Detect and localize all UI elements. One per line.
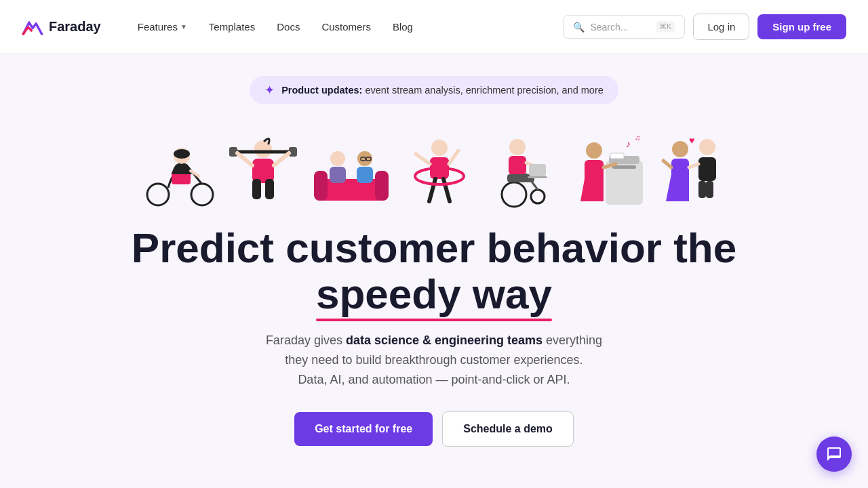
svg-rect-21 [357,167,373,183]
svg-text:♥: ♥ [689,135,694,146]
svg-rect-16 [314,171,328,201]
sparkle-icon: ✦ [264,83,275,98]
search-placeholder: Search... [590,22,650,33]
search-bar[interactable]: 🔍 Search... ⌘K [563,15,685,39]
illustration-scooter [131,123,222,211]
chat-widget[interactable] [816,436,852,472]
svg-point-0 [147,184,169,205]
svg-rect-40 [528,176,547,178]
hero-title: Predict customer behavior the speedy way [129,225,739,317]
svg-rect-17 [375,171,389,201]
search-icon: 🔍 [573,22,585,33]
illustration-row: ♪ ♫ ♥ [131,123,738,211]
nav-right: 🔍 Search... ⌘K Log in Sign up free [563,14,846,40]
svg-point-52 [699,139,715,155]
illustration-couch [304,123,399,211]
main-content: ✦ Product updates: event stream analysis… [0,54,868,447]
svg-rect-43 [612,165,636,169]
svg-point-1 [191,184,213,205]
cta-row: Get started for free Schedule a demo [294,411,574,447]
announcement-banner[interactable]: ✦ Product updates: event stream analysis… [250,76,618,104]
cta-secondary-button[interactable]: Schedule a demo [442,411,574,447]
svg-point-32 [509,139,526,155]
nav-blog[interactable]: Blog [383,16,422,38]
illustration-copier: ♪ ♫ [561,123,650,211]
svg-rect-44 [610,153,624,159]
svg-rect-53 [698,157,716,181]
svg-line-30 [449,150,458,164]
logo[interactable]: Faraday [22,19,101,35]
nav-links: Features ▼ Templates Docs Customers Blog [128,16,542,38]
nav-templates[interactable]: Templates [199,16,264,38]
signup-button[interactable]: Sign up free [757,14,846,39]
svg-line-58 [663,161,671,167]
svg-point-20 [357,151,372,166]
svg-point-4 [174,149,190,159]
svg-line-27 [429,179,435,201]
svg-rect-19 [330,167,346,183]
chevron-down-icon: ▼ [180,23,187,30]
svg-point-34 [502,182,526,207]
svg-line-14 [274,153,289,165]
navbar: Faraday Features ▼ Templates Docs Custom… [0,0,868,54]
nav-customers[interactable]: Customers [312,16,380,38]
announcement-text: Product updates: event stream analysis, … [281,85,604,96]
chat-icon [826,446,842,462]
svg-rect-54 [698,181,706,198]
illustration-hula [399,123,480,211]
illustration-wheelchair [480,123,561,211]
nav-docs[interactable]: Docs [267,16,309,38]
search-shortcut: ⌘K [656,21,675,33]
hero-title-highlight: speedy way [316,271,552,317]
hero-subtitle-start: Faraday gives [266,333,346,347]
svg-point-25 [431,140,448,156]
hero-title-start: Predict customer behavior the [132,224,736,271]
hero-subtitle: Faraday gives data science & engineering… [266,331,602,389]
cta-primary-button[interactable]: Get started for free [294,412,433,446]
nav-features[interactable]: Features ▼ [128,16,197,38]
svg-point-50 [672,141,688,157]
svg-rect-55 [706,181,713,198]
illustration-weightlifter [222,123,304,211]
svg-point-45 [586,142,602,159]
svg-point-35 [531,190,545,203]
illustration-dance: ♥ [650,123,738,211]
svg-rect-33 [509,156,526,175]
svg-rect-8 [252,179,261,199]
svg-line-29 [416,154,430,164]
svg-line-13 [237,153,252,165]
svg-rect-9 [265,179,274,199]
svg-line-57 [689,164,698,167]
svg-text:♫: ♫ [635,134,640,142]
svg-text:♪: ♪ [626,138,631,149]
svg-line-28 [443,179,450,201]
login-button[interactable]: Log in [693,14,749,40]
logo-text: Faraday [49,19,101,35]
svg-point-18 [330,151,345,166]
hero-subtitle-bold: data science & engineering teams [346,333,542,347]
svg-rect-39 [529,164,546,176]
